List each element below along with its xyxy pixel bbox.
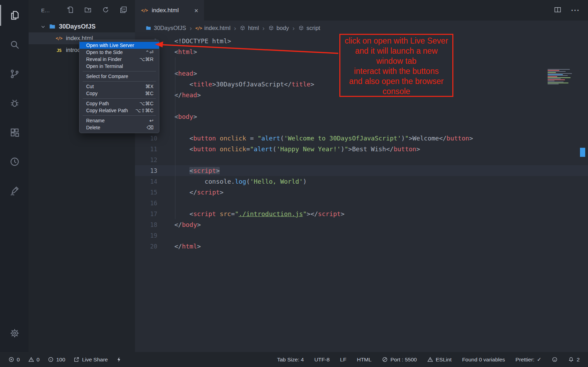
line-text: <button onclick="alert('Happy New Year!'…	[162, 145, 420, 153]
new-folder-icon[interactable]	[84, 6, 92, 15]
folder-icon	[49, 23, 56, 30]
live-share-label: Live Share	[82, 357, 108, 363]
run-debug-icon[interactable]	[0, 93, 28, 114]
explorer-header: E…	[29, 0, 135, 21]
minimap-line	[548, 79, 565, 80]
menu-item-copy[interactable]: Copy⌘C	[80, 90, 159, 97]
new-file-icon[interactable]	[66, 6, 74, 15]
code-line[interactable]: 7	[135, 100, 588, 111]
code-line[interactable]: 10 <button onclick = "alert('Welcome to …	[135, 133, 588, 144]
search-icon[interactable]	[0, 34, 28, 55]
tab-index-html[interactable]: </> index.html	[135, 0, 204, 21]
menu-item-open-to-the-side[interactable]: Open to the Side⌃⏎	[80, 49, 159, 56]
breadcrumb-label: 30DaysOfJS	[154, 25, 186, 31]
menu-item-open-with-live-server[interactable]: Open with Live Server	[80, 42, 159, 49]
line-number: 20	[135, 243, 162, 250]
tab-title: index.html	[152, 7, 179, 14]
line-text: <script src="./introduction.js"></script…	[162, 210, 345, 217]
minimap-line	[548, 83, 568, 83]
code-line[interactable]: 11 <button onclick="alert('Happy New Yea…	[135, 144, 588, 154]
code-line[interactable]: 14 console.log('Hello, World')	[135, 176, 588, 187]
code-line[interactable]: 19	[135, 230, 588, 241]
menu-item-copy-path[interactable]: Copy Path⌥⌘C	[80, 100, 159, 107]
circle-slash-icon	[382, 357, 388, 362]
minimap-line	[548, 82, 564, 82]
breadcrumb-label: index.html	[204, 25, 231, 31]
minimap-line	[548, 75, 568, 76]
line-number: 12	[135, 156, 162, 163]
variables-status[interactable]: Found 0 variables	[462, 357, 505, 363]
close-icon[interactable]	[194, 7, 198, 14]
code-line[interactable]: 20</html>	[135, 241, 588, 252]
html-file-icon: </>	[195, 26, 202, 31]
symbol-cube-icon	[240, 25, 246, 31]
split-editor-icon[interactable]	[554, 6, 561, 15]
scrollbar-marker[interactable]	[580, 148, 585, 157]
symbol-cube-icon	[268, 25, 274, 31]
settings-gear-icon[interactable]	[0, 323, 28, 344]
source-control-icon[interactable]	[0, 63, 28, 84]
minimap-line	[548, 72, 556, 73]
breadcrumb-item-folder[interactable]: 30DaysOfJS	[145, 25, 186, 31]
line-text: <script>	[162, 167, 220, 174]
code-line[interactable]: 16	[135, 198, 588, 208]
breadcrumb-item-file[interactable]: </> index.html	[195, 25, 231, 31]
more-actions-icon[interactable]	[571, 5, 580, 16]
warning-icon	[427, 357, 433, 362]
menu-item-delete[interactable]: Delete⌫	[80, 124, 159, 131]
line-text: <!DOCTYPE html>	[162, 37, 231, 45]
code-line[interactable]: 12	[135, 154, 588, 165]
refresh-icon[interactable]	[102, 6, 110, 15]
minimap-line	[548, 84, 559, 84]
live-share-button[interactable]: Live Share	[74, 357, 108, 363]
code-line[interactable]: 18</body>	[135, 219, 588, 230]
status-bar: 0 0 100 Live Share Tab Size: 4 UTF-8 LF …	[0, 352, 588, 367]
minimap-line	[548, 76, 557, 77]
code-line[interactable]: 13 <script>	[135, 165, 588, 176]
notifications-bell[interactable]: 2	[568, 357, 580, 363]
live-server-port[interactable]: Port : 5500	[382, 357, 417, 363]
menu-item-copy-relative-path[interactable]: Copy Relative Path⌥⇧⌘C	[80, 107, 159, 114]
breadcrumb-item-html[interactable]: html	[240, 25, 259, 31]
line-text: </script>	[162, 189, 224, 196]
line-text: </body>	[162, 221, 201, 228]
menu-item-cut[interactable]: Cut⌘X	[80, 83, 159, 90]
minimap-line	[548, 73, 572, 74]
extensions-icon[interactable]	[0, 122, 28, 143]
line-number: 18	[135, 221, 162, 228]
encoding-indicator[interactable]: UTF-8	[314, 357, 330, 363]
explorer-icon[interactable]	[0, 5, 28, 26]
menu-item-rename[interactable]: Rename↩	[80, 117, 159, 124]
language-indicator[interactable]: HTML	[357, 357, 371, 363]
code-line[interactable]: 15 </script>	[135, 187, 588, 198]
eslint-status[interactable]: ESLint	[427, 357, 452, 363]
code-line[interactable]: 17 <script src="./introduction.js"></scr…	[135, 208, 588, 219]
feedback-smiley[interactable]	[552, 357, 558, 362]
check-icon: ✓	[537, 357, 541, 363]
problems-warnings[interactable]: 0	[28, 357, 40, 363]
collapse-all-icon[interactable]	[120, 6, 127, 15]
breadcrumb-label: html	[248, 25, 259, 31]
menu-item-reveal-in-finder[interactable]: Reveal in Finder⌥⌘R	[80, 56, 159, 63]
feedback-icon[interactable]	[0, 181, 28, 201]
chevron-down-icon	[40, 24, 46, 29]
code-line[interactable]: 9	[135, 122, 588, 133]
menu-item-open-in-terminal[interactable]: Open in Terminal	[80, 63, 159, 70]
lightning-button[interactable]	[116, 357, 122, 362]
notification-count: 2	[576, 357, 580, 363]
breadcrumb-item-script[interactable]: script	[298, 25, 320, 31]
info-metric[interactable]: 100	[48, 357, 65, 363]
code-line[interactable]: 8<body>	[135, 111, 588, 122]
minimap[interactable]	[548, 69, 582, 84]
prettier-status[interactable]: Prettier:✓	[515, 357, 541, 363]
tree-folder-30DaysOfJS[interactable]: 30DaysOfJS	[29, 21, 135, 32]
menu-item-select-for-compare[interactable]: Select for Compare	[80, 73, 159, 80]
eol-indicator[interactable]: LF	[340, 357, 346, 363]
tab-size-indicator[interactable]: Tab Size: 4	[277, 357, 304, 363]
symbol-cube-icon	[298, 25, 304, 31]
breadcrumb-item-body[interactable]: body	[268, 25, 289, 31]
info-count: 100	[56, 357, 65, 363]
problems-errors[interactable]: 0	[8, 357, 20, 363]
minimap-line	[548, 77, 571, 78]
timeline-icon[interactable]	[0, 151, 28, 172]
